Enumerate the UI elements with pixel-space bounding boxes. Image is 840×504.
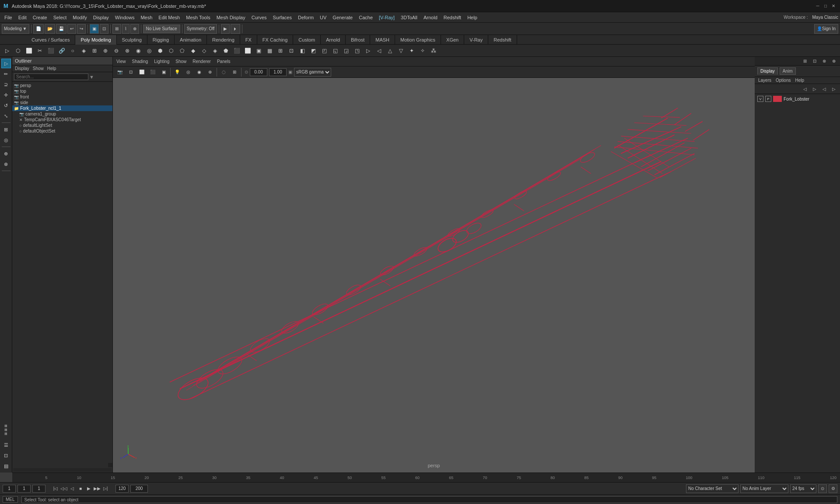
vp-smooth-icon[interactable]: ⬛ — [147, 67, 158, 77]
menu-mesh-display[interactable]: Mesh Display — [214, 14, 248, 21]
shelf-icon-29[interactable]: ◩ — [308, 46, 318, 56]
render-button[interactable]: ▶ — [221, 24, 230, 34]
sign-in-button[interactable]: 👤 Sign In — [814, 24, 838, 34]
shelf-icon-14[interactable]: ◎ — [144, 46, 154, 56]
shelf-icon-35[interactable]: ◁ — [374, 46, 384, 56]
cb-menu-help[interactable]: Help — [795, 78, 804, 83]
shelf-icon-17[interactable]: ⬠ — [177, 46, 187, 56]
play-forward-button[interactable]: ▶ — [85, 485, 93, 493]
shelf-icon-26[interactable]: ⊞ — [275, 46, 286, 56]
cb-icon1[interactable]: ⊞ — [801, 57, 809, 65]
viewport-menu-view[interactable]: View — [115, 59, 128, 64]
layer-icon4[interactable]: ▷ — [830, 85, 838, 93]
menu-redshift[interactable]: Redshift — [441, 14, 464, 21]
shelf-icon-36[interactable]: △ — [385, 46, 395, 56]
select-tool-button[interactable]: ▷ — [1, 59, 11, 68]
menu-select[interactable]: Select — [51, 14, 70, 21]
vp-xray-icon[interactable]: ◌ — [218, 67, 229, 77]
list-item[interactable]: 📷 top — [12, 88, 112, 94]
shelf-icon-5[interactable]: ⬛ — [46, 46, 56, 56]
shelf-icon-34[interactable]: ▷ — [363, 46, 373, 56]
tab-xgen[interactable]: XGen — [441, 35, 464, 45]
anim-layer-select[interactable]: No Anim Layer — [740, 484, 788, 493]
viewport-menu-lighting[interactable]: Lighting — [152, 59, 171, 64]
outliner-display[interactable]: Display — [15, 66, 29, 71]
mode-dropdown[interactable]: Modeling ▼ — [2, 24, 29, 34]
shelf-icon-15[interactable]: ⬢ — [155, 46, 165, 56]
lasso-button[interactable]: ⊡ — [100, 24, 108, 34]
shelf-icon-6[interactable]: 🔗 — [56, 46, 67, 56]
menu-create[interactable]: Create — [30, 14, 50, 21]
auto-key-button[interactable]: ⊙ — [818, 484, 827, 493]
shelf-icon-31[interactable]: ◱ — [330, 46, 340, 56]
paint-tool-button[interactable]: ✏ — [1, 69, 11, 79]
outliner-hscrollbar[interactable] — [12, 467, 112, 472]
tab-vray[interactable]: V-Ray — [464, 35, 488, 45]
shelf-icon-4[interactable]: ✂ — [35, 46, 45, 56]
mel-label[interactable]: MEL — [3, 496, 18, 503]
menu-3dtoall[interactable]: 3DToAll — [398, 14, 420, 21]
snap-curve-button[interactable]: ⌇ — [122, 24, 130, 34]
open-file-button[interactable]: 📂 — [45, 24, 55, 34]
rotate-tool-button[interactable]: ↺ — [1, 101, 11, 110]
menu-edit[interactable]: Edit — [16, 14, 29, 21]
search-options-icon[interactable]: ▼ — [89, 74, 94, 80]
lasso-tool-button[interactable]: ⊇ — [1, 80, 11, 89]
character-set-select[interactable]: No Character Set — [686, 484, 738, 493]
shelf-icon-23[interactable]: ⬜ — [242, 46, 253, 56]
layer-icon3[interactable]: ◁ — [820, 85, 829, 93]
shelf-icon-9[interactable]: ⊞ — [89, 46, 100, 56]
menu-windows[interactable]: Windows — [112, 14, 137, 21]
goto-start-button[interactable]: |◁ — [52, 485, 60, 493]
vp-light-icon[interactable]: 💡 — [172, 67, 182, 77]
maximize-button[interactable]: □ — [822, 3, 829, 9]
cb-menu-options[interactable]: Options — [776, 78, 791, 83]
shelf-icon-19[interactable]: ◇ — [199, 46, 209, 56]
shelf-icon-18[interactable]: ◆ — [188, 46, 198, 56]
soft-select-button[interactable]: ◎ — [1, 135, 11, 145]
gamma-select[interactable]: sRGB gamma — [294, 68, 331, 77]
shelf-icon-28[interactable]: ◧ — [297, 46, 308, 56]
menu-help[interactable]: Help — [465, 14, 480, 21]
snap-grid-button[interactable]: ⊞ — [112, 24, 121, 34]
vp-shadow-icon[interactable]: ◎ — [183, 67, 193, 77]
cb-icon2[interactable]: ⊡ — [810, 57, 819, 65]
list-item[interactable]: 📷 persp — [12, 83, 112, 88]
menu-mesh[interactable]: Mesh — [138, 14, 155, 21]
shelf-icon-32[interactable]: ◲ — [341, 46, 351, 56]
list-item-fork-lobster[interactable]: 📁 Fork_Lobster_ncl1_1 — [12, 105, 112, 111]
cb-icon4[interactable]: ⊕ — [830, 57, 838, 65]
shelf-icon-24[interactable]: ▣ — [253, 46, 264, 56]
viewport-menu-panels[interactable]: Panels — [215, 59, 232, 64]
cb-menu-layers[interactable]: Layers — [758, 78, 771, 83]
attribute-editor-button[interactable]: ☰ — [1, 440, 11, 450]
menu-display[interactable]: Display — [91, 14, 112, 21]
tab-rendering[interactable]: Rendering — [207, 35, 240, 45]
shelf-icon-16[interactable]: ⬡ — [166, 46, 176, 56]
layer-p-button[interactable]: P — [765, 96, 771, 102]
command-line[interactable]: Select Tool: select an object — [21, 496, 837, 503]
list-item[interactable]: ○ defaultObjectSet — [12, 128, 112, 134]
scale-tool-button[interactable]: ⤡ — [1, 111, 11, 121]
tab-redshift[interactable]: Redshift — [488, 35, 517, 45]
redo-button[interactable]: ↪ — [77, 24, 86, 34]
menu-vray[interactable]: [V-Ray] — [376, 14, 397, 21]
shelf-icon-40[interactable]: ⁂ — [428, 46, 439, 56]
vp-grid-icon[interactable]: ⊞ — [229, 67, 240, 77]
menu-surfaces[interactable]: Surfaces — [270, 14, 294, 21]
viewport-canvas[interactable]: persp x y z — [113, 78, 755, 472]
frame-end-field[interactable] — [116, 485, 129, 493]
layer-vis-button[interactable]: ⊞ ⊞ ⊞ — [1, 420, 11, 439]
tab-display[interactable]: Display — [757, 67, 778, 75]
outliner-button[interactable]: ▤ — [1, 461, 11, 471]
play-back-button[interactable]: ◁ — [68, 485, 76, 493]
pivot-button[interactable]: ⊗ — [1, 159, 11, 169]
tab-motion-graphics[interactable]: Motion Graphics — [395, 35, 441, 45]
shelf-icon-1[interactable]: ▷ — [2, 46, 12, 56]
menu-uv[interactable]: UV — [317, 14, 329, 21]
vp-fit-icon[interactable]: ⊡ — [126, 67, 136, 77]
vp-ao-icon[interactable]: ◉ — [194, 67, 204, 77]
tab-rigging[interactable]: Rigging — [147, 35, 175, 45]
menu-curves[interactable]: Curves — [249, 14, 270, 21]
minimize-button[interactable]: ─ — [815, 3, 821, 9]
